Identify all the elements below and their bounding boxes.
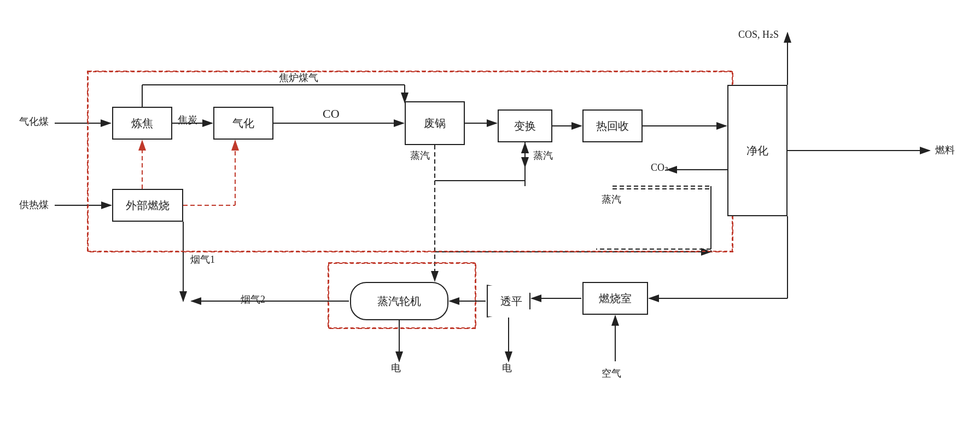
- jinghua-box: 净化: [727, 85, 788, 216]
- bianhuan-box: 变换: [498, 109, 552, 142]
- kongqi-label: 空气: [602, 367, 621, 380]
- qihua-box: 气化: [213, 107, 273, 140]
- qihuamei-label: 气化煤: [19, 115, 49, 128]
- lianjiao-box: 炼焦: [112, 107, 172, 140]
- ranliao-label: 燃料: [935, 143, 955, 157]
- waibu-box: 外部燃烧: [112, 189, 183, 222]
- COS-H2S-label: COS, H₂S: [738, 28, 779, 41]
- zhengqi1-label: 蒸汽: [410, 149, 430, 162]
- CO2-label: CO₂: [651, 161, 668, 174]
- zhengqi3-label: 蒸汽: [602, 193, 621, 206]
- CO-label: CO: [323, 107, 340, 121]
- yiqi1-label: 烟气1: [190, 253, 215, 266]
- dian2-label: 电: [502, 361, 512, 374]
- rehuishou-box: 热回收: [582, 109, 643, 142]
- zhengqi-turbine-box: 蒸汽轮机: [350, 282, 448, 320]
- dian1-label: 电: [391, 361, 401, 374]
- zhengqi2-label: 蒸汽: [533, 149, 553, 162]
- ranshao-box: 燃烧室: [582, 282, 648, 315]
- diagram: 炼焦 气化 废锅 变换 热回收 净化 外部燃烧 蒸汽轮机 透平 燃烧室 气化煤 …: [0, 0, 980, 427]
- jiaolv-meiqi-label: 焦炉煤气: [279, 71, 318, 84]
- gongremeir-label: 供热煤: [19, 198, 49, 211]
- feiguo-box: 废锅: [405, 101, 465, 145]
- yiqi2-label: 烟气2: [241, 293, 265, 306]
- jiaotan-label: 焦炭: [178, 113, 197, 126]
